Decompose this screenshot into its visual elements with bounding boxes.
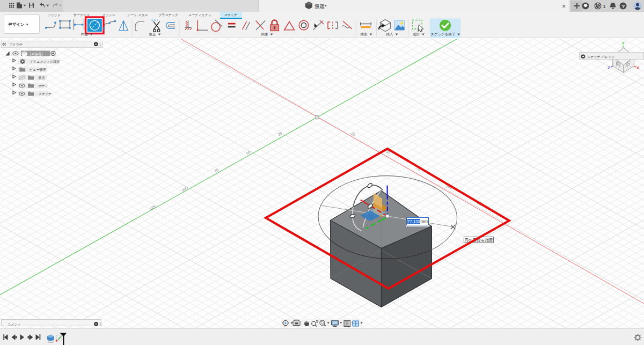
- svg-text:原点: 原点: [38, 76, 45, 80]
- svg-text:⟩: ⟩: [100, 322, 101, 327]
- svg-text:ビュー管理: ビュー管理: [30, 68, 46, 72]
- svg-text:ドキュメントの設定: ドキュメントの設定: [30, 60, 60, 64]
- svg-text:×: ×: [562, 3, 566, 10]
- svg-text:スケッチを終了: スケッチを終了: [430, 32, 455, 36]
- svg-text:?: ?: [622, 3, 625, 9]
- svg-text:Z: Z: [608, 65, 610, 70]
- svg-text:ブラウザ: ブラウザ: [9, 42, 23, 46]
- svg-text:⟩: ⟩: [99, 42, 101, 47]
- svg-text:スケッチ パレット: スケッチ パレット: [587, 55, 614, 58]
- svg-text:スケッチ: スケッチ: [38, 92, 52, 96]
- svg-text:選択: 選択: [413, 32, 420, 36]
- svg-text:修正: 修正: [149, 32, 157, 36]
- svg-text:無題*: 無題*: [314, 3, 327, 9]
- svg-text:125: 125: [149, 204, 156, 211]
- svg-text:ボディ: ボディ: [38, 84, 48, 87]
- svg-text:拘束: 拘束: [261, 32, 269, 36]
- svg-text:作成: 作成: [80, 32, 89, 36]
- svg-text:1: 1: [603, 4, 606, 9]
- svg-text:挿入: 挿入: [386, 32, 394, 36]
- svg-text:検査: 検査: [361, 32, 368, 36]
- svg-text:X: X: [636, 65, 640, 70]
- svg-text:(未保存): (未保存): [30, 52, 42, 56]
- svg-text:Y: Y: [621, 41, 625, 46]
- svg-text:コメント: コメント: [8, 322, 21, 326]
